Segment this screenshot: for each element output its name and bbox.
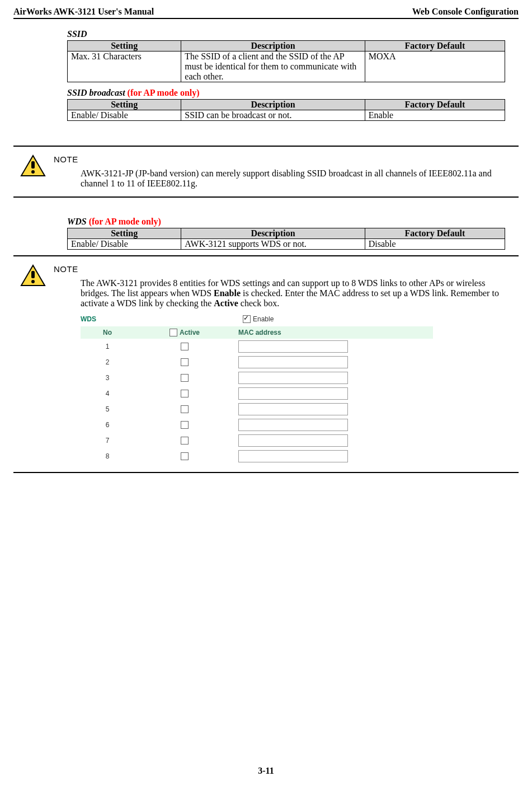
th-default: Factory Default xyxy=(365,228,505,239)
wds-row-active-checkbox[interactable] xyxy=(134,343,235,350)
wds-row-mac-cell xyxy=(235,403,433,415)
ssid-broadcast-title: SSID broadcast (for AP mode only) xyxy=(67,88,505,98)
wds-header-active[interactable]: Active xyxy=(134,329,235,336)
wds-header-no: No xyxy=(81,329,134,336)
checkbox-icon xyxy=(181,437,189,445)
wds-row-mac-cell xyxy=(235,340,433,353)
wds-row-mac-cell xyxy=(235,434,433,447)
wds-row: 2 xyxy=(81,354,433,370)
th-description: Description xyxy=(181,100,365,110)
cell-setting: Enable/ Disable xyxy=(68,110,181,121)
table-row: Enable/ Disable SSID can be broadcast or… xyxy=(68,110,505,121)
wds-panel-header: No Active MAC address xyxy=(81,326,433,339)
th-setting: Setting xyxy=(68,41,181,52)
th-setting: Setting xyxy=(68,228,181,239)
wds-row-no: 3 xyxy=(81,374,134,382)
note-ssid-broadcast: NOTE AWK-3121-JP (JP-band version) can m… xyxy=(13,146,519,198)
wds-row-mac-cell xyxy=(235,387,433,400)
note-enable-bold: Enable xyxy=(214,288,241,298)
th-description: Description xyxy=(181,228,365,239)
note-label: NOTE xyxy=(54,264,509,274)
wds-row-mac-cell xyxy=(235,419,433,431)
wds-row-active-checkbox[interactable] xyxy=(134,374,235,382)
wds-row-mac-cell xyxy=(235,356,433,368)
checkbox-icon xyxy=(181,390,189,397)
wds-row: 3 xyxy=(81,370,433,386)
svg-rect-4 xyxy=(31,271,35,278)
header-right: Web Console Configuration xyxy=(412,7,519,17)
note-text-end: check box. xyxy=(238,298,279,308)
wds-row-active-checkbox[interactable] xyxy=(134,452,235,460)
cell-setting: Enable/ Disable xyxy=(68,239,181,250)
cell-description: The SSID of a client and the SSID of the… xyxy=(181,52,365,82)
wds-row-active-checkbox[interactable] xyxy=(134,405,235,413)
wds-row: 1 xyxy=(81,339,433,354)
wds-row-mac-cell xyxy=(235,450,433,462)
note-wds: NOTE The AWK-3121 provides 8 entities fo… xyxy=(13,255,519,473)
header-left: AirWorks AWK-3121 User's Manual xyxy=(13,7,154,17)
wds-mac-input[interactable] xyxy=(238,387,348,400)
page-header: AirWorks AWK-3121 User's Manual Web Cons… xyxy=(13,0,519,18)
wds-enable-checkbox[interactable]: Enable xyxy=(243,315,274,323)
wds-row-no: 8 xyxy=(81,452,134,460)
table-header-row: Setting Description Factory Default xyxy=(68,41,505,52)
cell-description: SSID can be broadcast or not. xyxy=(181,110,365,121)
checkbox-icon xyxy=(170,329,177,336)
wds-title-note: (for AP mode only) xyxy=(89,217,161,226)
wds-row-active-checkbox[interactable] xyxy=(134,437,235,445)
wds-mac-input[interactable] xyxy=(238,403,348,415)
ssid-broadcast-table: Setting Description Factory Default Enab… xyxy=(67,99,505,121)
table-row: Max. 31 Characters The SSID of a client … xyxy=(68,52,505,82)
wds-row-no: 4 xyxy=(81,390,134,397)
wds-row: 4 xyxy=(81,386,433,401)
wds-mac-input[interactable] xyxy=(238,419,348,431)
wds-row-active-checkbox[interactable] xyxy=(134,421,235,429)
warning-icon xyxy=(20,155,46,177)
table-row: Enable/ Disable AWK-3121 supports WDS or… xyxy=(68,239,505,250)
ssid-bc-title-main: SSID broadcast xyxy=(67,88,128,97)
th-setting: Setting xyxy=(68,100,181,110)
wds-row-no: 2 xyxy=(81,358,134,366)
cell-setting: Max. 31 Characters xyxy=(68,52,181,82)
wds-row-mac-cell xyxy=(235,372,433,384)
wds-header-active-text: Active xyxy=(180,329,200,336)
page-number: 3-11 xyxy=(0,766,532,776)
wds-title-main: WDS xyxy=(67,217,89,226)
checkbox-icon xyxy=(181,358,189,366)
checkbox-icon xyxy=(181,343,189,350)
svg-rect-1 xyxy=(31,161,35,169)
ssid-title-text: SSID xyxy=(67,29,87,39)
wds-mac-input[interactable] xyxy=(238,372,348,384)
svg-point-2 xyxy=(31,170,35,174)
checkbox-icon xyxy=(243,315,251,323)
th-default: Factory Default xyxy=(365,100,505,110)
note-label: NOTE xyxy=(54,155,509,164)
table-header-row: Setting Description Factory Default xyxy=(68,228,505,239)
cell-default: MOXA xyxy=(365,52,505,82)
wds-mac-input[interactable] xyxy=(238,340,348,353)
wds-mac-input[interactable] xyxy=(238,450,348,462)
wds-panel-label: WDS xyxy=(81,315,243,323)
note-text: AWK-3121-JP (JP-band version) can merely… xyxy=(81,169,509,189)
svg-point-5 xyxy=(31,280,35,283)
wds-settings-panel: WDS Enable No Active MAC address xyxy=(81,315,433,464)
wds-table: Setting Description Factory Default Enab… xyxy=(67,228,505,250)
th-description: Description xyxy=(181,41,365,52)
wds-row-active-checkbox[interactable] xyxy=(134,390,235,397)
wds-row: 5 xyxy=(81,401,433,417)
checkbox-icon xyxy=(181,405,189,413)
checkbox-icon xyxy=(181,452,189,460)
table-header-row: Setting Description Factory Default xyxy=(68,100,505,110)
note-active-bold: Active xyxy=(214,298,238,308)
ssid-table: Setting Description Factory Default Max.… xyxy=(67,40,505,82)
ssid-title: SSID xyxy=(67,29,505,39)
warning-icon xyxy=(20,264,46,287)
ssid-bc-title-note: (for AP mode only) xyxy=(128,88,200,97)
wds-row: 6 xyxy=(81,417,433,433)
header-rule xyxy=(13,18,519,19)
wds-row-active-checkbox[interactable] xyxy=(134,358,235,366)
wds-row-no: 5 xyxy=(81,405,134,413)
wds-enable-text: Enable xyxy=(253,315,274,323)
wds-mac-input[interactable] xyxy=(238,434,348,447)
wds-mac-input[interactable] xyxy=(238,356,348,368)
